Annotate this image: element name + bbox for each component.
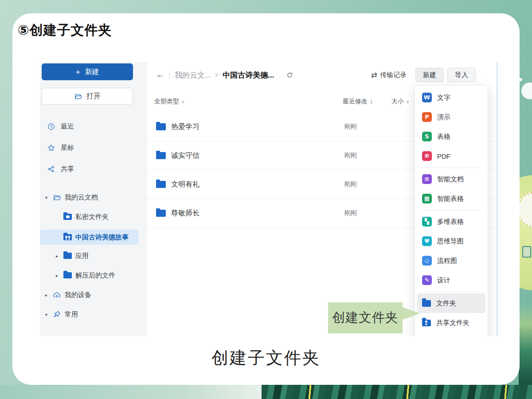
tree-item-label: 我的设备 <box>65 291 91 299</box>
modified-column-header[interactable]: 最近修改↓ <box>343 98 373 106</box>
nav-item-label: 共享 <box>61 165 74 173</box>
background-illustration <box>522 246 531 258</box>
transfer-label: 传输记录 <box>380 71 407 79</box>
background-grass <box>262 385 532 399</box>
open-button-label: 打开 <box>86 92 101 101</box>
tree-item-label: 私密文件夹 <box>75 213 109 221</box>
menu-item[interactable]: Ψ 思维导图 <box>415 231 488 251</box>
sidebar-nav-item[interactable]: 共享 <box>43 163 147 175</box>
mindmap-icon: Ψ <box>422 236 432 246</box>
nav-item-label: 最近 <box>61 122 74 131</box>
sidebar-nav-item[interactable]: 最近 <box>43 121 147 132</box>
expand-arrow-icon[interactable]: ▸ <box>54 254 60 258</box>
tree-item-label: 我的云文档 <box>65 193 98 202</box>
folder-icon <box>156 123 166 130</box>
menu-item[interactable]: ✎ 设计 <box>415 270 488 290</box>
menu-item[interactable]: 文件夹 <box>417 293 485 313</box>
sheet-icon: S <box>422 132 432 141</box>
file-name: 文明有礼 <box>171 180 200 189</box>
background-circle <box>521 82 532 99</box>
device-cloud-icon <box>53 291 61 299</box>
sidebar-tree: ▾ 我的云文档 私密文件夹 中国古诗美德故事 ▸ <box>40 191 147 327</box>
menu-item[interactable]: ▚ 多维表格 <box>415 212 488 231</box>
tree-item-label: 应用 <box>75 252 89 260</box>
menu-item-label: 文字 <box>437 94 450 102</box>
menu-item[interactable]: S 表格 <box>415 127 488 146</box>
menu-item[interactable]: ▦ 智能表格 <box>415 189 488 208</box>
menu-item-label: 演示 <box>437 113 450 121</box>
back-arrow-icon[interactable]: ← <box>156 70 164 80</box>
folder-icon <box>63 253 72 259</box>
breadcrumb-separator-icon: > <box>215 71 219 78</box>
file-modified-time: 刚刚 <box>344 123 357 131</box>
design-icon: ✎ <box>422 275 432 285</box>
menu-item[interactable]: ≡ 智能文档 <box>415 169 488 189</box>
menu-item[interactable]: ◇ 流程图 <box>415 251 488 270</box>
menu-item-label: 流程图 <box>437 257 457 265</box>
multidim-sheet-icon: ▚ <box>422 217 432 227</box>
expand-arrow-icon[interactable]: ▾ <box>43 312 49 317</box>
background-band <box>0 385 266 399</box>
menu-item[interactable]: W 文字 <box>415 88 488 107</box>
expand-arrow-icon[interactable]: ▸ <box>43 293 49 297</box>
sidebar-tree-item[interactable]: ▾ 常用 <box>40 308 147 321</box>
slide-canvas: ⑤创建子文件夹 + 新建 打开 最近 <box>0 0 532 399</box>
menu-item-label: 思维导图 <box>437 237 464 246</box>
smart-doc-icon: ≡ <box>422 174 432 184</box>
callout-label: 创建文件夹 <box>332 309 399 327</box>
new-document-menu: W 文字 P 演示 S 表格 ℗ PDF ≡ 智能文档 <box>415 85 488 336</box>
slide-caption: 创建子文件夹 <box>12 347 520 369</box>
tree-item-label: 中国古诗美德故事 <box>75 233 129 242</box>
menu-item-label: 设计 <box>437 276 450 285</box>
open-button[interactable]: 打开 <box>42 88 133 105</box>
sidebar-tree-item[interactable]: ▾ 我的云文档 <box>40 191 147 204</box>
transfer-arrows-icon: ⇄ <box>371 70 377 80</box>
menu-item[interactable]: 共享文件夹 <box>415 313 488 332</box>
menu-item[interactable]: ℗ PDF <box>415 146 488 166</box>
tree-item-label: 常用 <box>65 310 78 319</box>
smart-sheet-icon: ▦ <box>422 194 432 203</box>
callout-bubble: 创建文件夹 <box>328 302 403 333</box>
transfer-records-button[interactable]: ⇄ 传输记录 <box>371 70 407 80</box>
breadcrumb-parent[interactable]: 我的云文... <box>175 70 211 80</box>
folder-icon <box>156 210 166 217</box>
callout-arrow <box>403 307 420 320</box>
expand-arrow-icon[interactable]: ▸ <box>54 273 60 278</box>
sidebar-tree-item[interactable]: 中国古诗美德故事 <box>40 230 138 245</box>
share-icon <box>47 165 55 173</box>
header-new-button[interactable]: 新建 <box>415 68 444 82</box>
file-name: 诚实守信 <box>171 151 200 160</box>
breadcrumb: ← | 我的云文... > 中国古诗美德... ⇄ 传输记录 新建 导入 <box>147 66 498 83</box>
file-modified-time: 刚刚 <box>344 209 357 217</box>
sidebar-nav-item[interactable]: 星标 <box>43 142 147 153</box>
new-document-button[interactable]: + 新建 <box>42 63 133 80</box>
new-button-label: 新建 <box>85 67 99 77</box>
refresh-icon[interactable] <box>286 71 294 79</box>
size-column-header[interactable]: 大小∨ <box>391 98 409 106</box>
header-import-button[interactable]: 导入 <box>447 68 476 82</box>
folder-icon <box>156 181 166 188</box>
background-dot <box>519 78 522 81</box>
slides-icon: P <box>422 112 432 122</box>
sidebar-tree-item[interactable]: ▸ 应用 <box>40 249 147 262</box>
cloud-docs-window: + 新建 打开 最近 星标 <box>40 62 498 336</box>
menu-item-label: 智能表格 <box>437 195 464 203</box>
scrollbar[interactable] <box>497 62 498 336</box>
breadcrumb-current: 中国古诗美德... <box>223 70 274 80</box>
modified-column-label: 最近修改 <box>343 98 368 105</box>
menu-item-label: 共享文件夹 <box>436 319 469 327</box>
menu-item-label: 多维表格 <box>437 218 464 226</box>
slide-card: ⑤创建子文件夹 + 新建 打开 最近 <box>12 13 520 385</box>
plus-icon: + <box>75 68 80 76</box>
flowchart-icon: ◇ <box>422 256 432 266</box>
sidebar-tree-item[interactable]: ▸ 解压后的文件 <box>40 269 147 282</box>
expand-arrow-icon[interactable]: ▾ <box>43 195 49 200</box>
folder-icon <box>422 300 431 307</box>
menu-item[interactable]: P 演示 <box>415 107 488 127</box>
sidebar-tree-item[interactable]: ▸ 我的设备 <box>40 288 147 301</box>
tree-item-label: 解压后的文件 <box>75 271 115 280</box>
pin-icon <box>53 310 61 319</box>
sidebar-tree-item[interactable]: 私密文件夹 <box>40 210 147 223</box>
type-filter-dropdown[interactable]: 全部类型∨ <box>154 98 184 106</box>
file-modified-time: 刚刚 <box>344 152 357 160</box>
